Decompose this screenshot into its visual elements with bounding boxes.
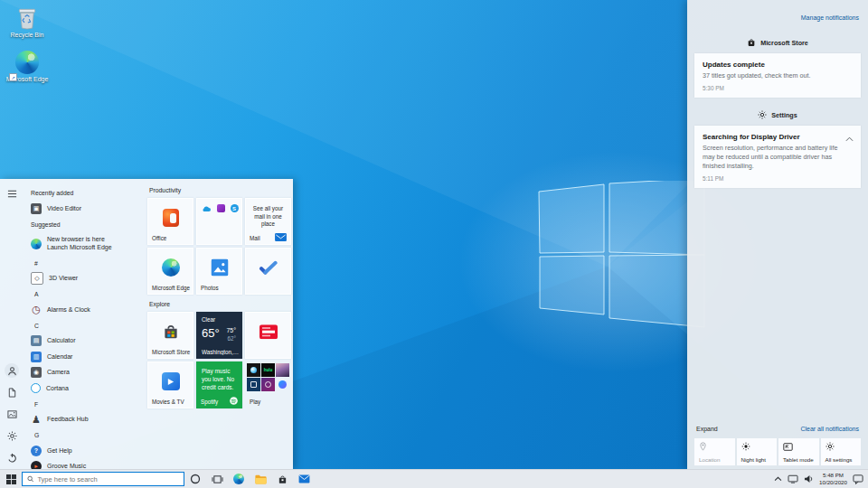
desktop-icon-recycle-bin[interactable]: Recycle Bin: [4, 5, 51, 39]
taskbar-clock[interactable]: 5:48 PM 10/20/2020: [819, 472, 847, 486]
tile-photos[interactable]: Photos: [196, 248, 242, 295]
hamburger-menu-button[interactable]: [5, 186, 19, 201]
start-app-item[interactable]: Get Help: [24, 443, 145, 459]
mail-taskbar-button[interactable]: [293, 470, 315, 488]
network-icon[interactable]: [788, 474, 798, 483]
cortana-icon: [31, 383, 41, 393]
settings-button[interactable]: [5, 428, 19, 443]
desktop-icon-microsoft-edge[interactable]: ↗ Microsoft Edge: [4, 51, 51, 83]
clear-all-notifications-link[interactable]: Clear all notifications: [800, 426, 859, 432]
notification-card-display-driver[interactable]: Searching for Display Driver Screen reso…: [694, 126, 861, 188]
tile-grid-productivity: Office S See all your mail in one place …: [147, 198, 291, 295]
start-app-item[interactable]: Calculator: [24, 333, 145, 350]
tile-play-group: hulu Play: [245, 361, 291, 408]
notification-card-updates[interactable]: Updates complete 37 titles got updated, …: [694, 53, 861, 98]
tile-news[interactable]: [245, 312, 291, 359]
tile-mail[interactable]: See all your mail in one place Mail: [245, 198, 291, 245]
start-app-item[interactable]: Feedback Hub: [24, 412, 145, 428]
start-button[interactable]: [0, 470, 22, 488]
cortana-button[interactable]: [184, 470, 206, 488]
tile-grid-explore: Microsoft Store Clear 65° 75° 62° Washin…: [147, 312, 291, 408]
task-view-button[interactable]: [206, 470, 228, 488]
start-section-label[interactable]: G: [24, 427, 145, 443]
clock-date: 10/20/2020: [819, 479, 847, 486]
pictures-icon: [7, 409, 17, 419]
action-center-button[interactable]: [853, 474, 863, 484]
pictures-button[interactable]: [5, 407, 19, 421]
tile-movies-tv[interactable]: Movies & TV: [147, 361, 193, 408]
store-taskbar-button[interactable]: [271, 470, 293, 488]
play-tile-ps[interactable]: [247, 378, 260, 391]
onedrive-icon: [201, 205, 212, 212]
start-section-label[interactable]: Suggested: [24, 217, 145, 232]
tile-microsoft-store[interactable]: Microsoft Store: [147, 312, 193, 359]
windows-start-icon: [6, 474, 16, 484]
calendar-icon: [31, 352, 42, 362]
mail-icon: [298, 474, 310, 483]
start-app-item[interactable]: Calendar: [24, 349, 145, 365]
taskbar-search[interactable]: [22, 472, 184, 486]
tile-to-do[interactable]: [245, 248, 291, 295]
play-tile-movies-app[interactable]: [261, 378, 275, 391]
mail-icon: [275, 233, 287, 241]
start-section-label[interactable]: Recently added: [24, 185, 145, 201]
start-section-label[interactable]: F: [24, 397, 145, 412]
app-label: Get Help: [47, 447, 72, 455]
quick-actions-grid: Location Night light Tablet mode All set…: [687, 438, 868, 470]
edge-icon: [162, 258, 180, 277]
microsoft-store-icon: [747, 38, 756, 47]
volume-icon[interactable]: [804, 474, 814, 483]
tile-office[interactable]: Office: [147, 198, 193, 245]
play-tile-hulu[interactable]: hulu: [261, 363, 275, 377]
start-section-label[interactable]: #: [24, 256, 145, 271]
start-app-item[interactable]: New browser is here Launch Microsoft Edg…: [24, 232, 145, 256]
play-tile-game[interactable]: [247, 363, 260, 377]
power-button[interactable]: [5, 450, 19, 465]
feedback-hub-icon: [31, 414, 42, 425]
expand-link[interactable]: Expand: [696, 426, 718, 432]
documents-button[interactable]: [5, 385, 19, 399]
alarms-clock-icon: [31, 305, 42, 315]
quick-action-label: All settings: [826, 456, 859, 463]
user-account-button[interactable]: [5, 363, 19, 378]
start-tiles: Productivity Office S See all your mail …: [145, 179, 293, 470]
task-view-icon: [212, 474, 223, 484]
play-tile-messenger[interactable]: [276, 378, 289, 391]
start-app-item[interactable]: Camera: [24, 365, 145, 381]
manage-notifications-link[interactable]: Manage notifications: [801, 14, 859, 21]
quick-action-tablet-mode[interactable]: Tablet mode: [778, 438, 819, 465]
search-icon: [27, 475, 33, 483]
tile-weather[interactable]: Clear 65° 75° 62° Washington,…: [196, 312, 242, 359]
quick-action-location[interactable]: Location: [694, 438, 735, 465]
gear-icon: [758, 110, 767, 119]
todo-check-icon: [259, 260, 278, 275]
quick-action-night-light[interactable]: Night light: [737, 438, 778, 465]
cortana-icon: [190, 474, 201, 484]
file-explorer-button[interactable]: [250, 470, 271, 488]
chevron-up-icon[interactable]: [845, 136, 854, 142]
start-section-label[interactable]: C: [24, 318, 145, 333]
user-icon: [7, 366, 17, 376]
tile-spotify[interactable]: Play music you love. No credit cards. Sp…: [196, 361, 242, 408]
desktop-icon-list: Recycle Bin ↗ Microsoft Edge: [4, 5, 51, 83]
photos-icon: [211, 259, 228, 277]
edge-taskbar-button[interactable]: [228, 470, 250, 488]
search-input[interactable]: [37, 475, 179, 483]
start-app-item[interactable]: Cortana: [24, 380, 145, 397]
edge-icon: [31, 239, 42, 249]
news-icon: [259, 324, 278, 339]
play-tile-game-art[interactable]: [276, 363, 289, 377]
skype-icon: S: [231, 204, 239, 212]
system-tray: 5:48 PM 10/20/2020: [774, 472, 868, 486]
quick-action-label: Night light: [741, 456, 775, 463]
tablet-mode-icon: [783, 442, 816, 451]
tile-microsoft-edge[interactable]: Microsoft Edge: [147, 248, 193, 295]
start-section-label[interactable]: A: [24, 286, 145, 302]
taskbar: 5:48 PM 10/20/2020: [0, 469, 868, 488]
quick-action-settings[interactable]: All settings: [821, 438, 862, 465]
tile-office-apps[interactable]: S: [196, 198, 242, 245]
start-app-item[interactable]: Alarms & Clock: [24, 302, 145, 318]
start-app-item[interactable]: Video Editor: [24, 201, 145, 217]
start-app-item[interactable]: 3D Viewer: [24, 271, 145, 287]
tray-chevron-up-icon[interactable]: [774, 476, 782, 482]
